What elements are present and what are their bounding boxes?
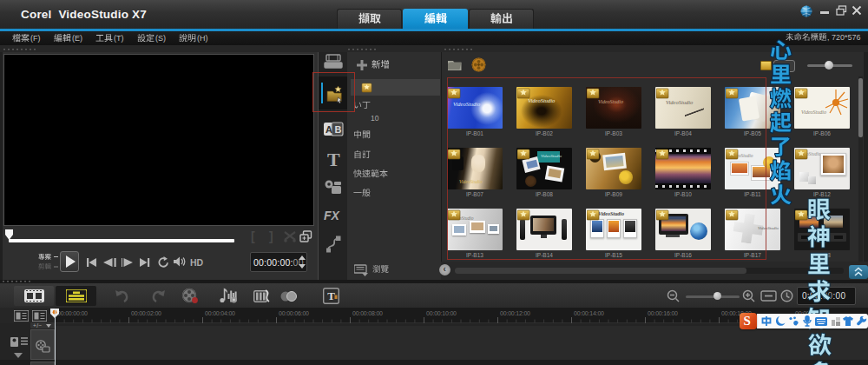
svg-text:A: A: [326, 124, 332, 135]
svg-text:B: B: [335, 124, 342, 135]
svg-text:T: T: [327, 289, 335, 302]
